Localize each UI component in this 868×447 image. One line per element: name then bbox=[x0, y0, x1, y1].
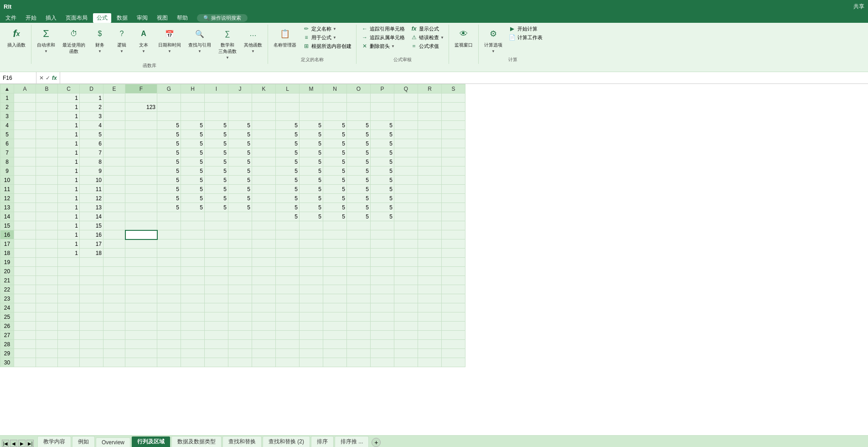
cell-R28[interactable] bbox=[418, 340, 442, 349]
cell-M2[interactable] bbox=[300, 103, 323, 112]
cell-F19[interactable] bbox=[125, 258, 157, 267]
row-header-16[interactable]: 16 bbox=[0, 230, 14, 239]
insert-function-button[interactable]: fx 插入函数 bbox=[5, 25, 28, 50]
cell-F12[interactable] bbox=[125, 194, 157, 203]
cell-L22[interactable] bbox=[276, 285, 300, 294]
cell-R14[interactable] bbox=[418, 212, 442, 221]
cell-F16[interactable] bbox=[125, 230, 157, 239]
cell-P19[interactable] bbox=[371, 258, 394, 267]
other-fn-button[interactable]: … 其他函数 ▼ bbox=[241, 25, 265, 55]
col-header-B[interactable]: B bbox=[36, 84, 58, 94]
cell-A4[interactable] bbox=[14, 121, 36, 130]
cell-R13[interactable] bbox=[418, 203, 442, 212]
cell-F13[interactable] bbox=[125, 203, 157, 212]
cell-I19[interactable] bbox=[205, 258, 228, 267]
cell-I18[interactable] bbox=[205, 249, 228, 258]
cell-E7[interactable] bbox=[103, 148, 125, 157]
cell-G24[interactable] bbox=[157, 303, 181, 312]
cell-O27[interactable] bbox=[347, 331, 371, 340]
cell-F1[interactable] bbox=[125, 94, 157, 103]
add-sheet-button[interactable]: + bbox=[372, 438, 381, 447]
cell-H16[interactable] bbox=[181, 230, 205, 239]
cell-F27[interactable] bbox=[125, 331, 157, 340]
cell-I20[interactable] bbox=[205, 267, 228, 276]
cell-F21[interactable] bbox=[125, 276, 157, 285]
cell-A9[interactable] bbox=[14, 166, 36, 176]
menu-review[interactable]: 审阅 bbox=[133, 13, 151, 23]
cell-G11[interactable]: 5 bbox=[157, 185, 181, 194]
row-header-9[interactable]: 9 bbox=[0, 166, 14, 176]
watch-window-button[interactable]: 👁 监视窗口 bbox=[452, 25, 475, 50]
cell-S15[interactable] bbox=[442, 221, 465, 230]
cell-P1[interactable] bbox=[371, 94, 394, 103]
cell-M1[interactable] bbox=[300, 94, 323, 103]
cell-C26[interactable] bbox=[58, 322, 80, 331]
cell-F22[interactable] bbox=[125, 285, 157, 294]
cell-C30[interactable] bbox=[58, 358, 80, 367]
cell-G29[interactable] bbox=[157, 349, 181, 358]
cell-N1[interactable] bbox=[323, 94, 347, 103]
cell-E11[interactable] bbox=[103, 185, 125, 194]
cell-C1[interactable]: 1 bbox=[58, 94, 80, 103]
cell-Q24[interactable] bbox=[394, 303, 418, 312]
col-header-H[interactable]: H bbox=[181, 84, 205, 94]
cell-O4[interactable]: 5 bbox=[347, 121, 371, 130]
cell-R25[interactable] bbox=[418, 312, 442, 322]
cell-F15[interactable] bbox=[125, 221, 157, 230]
cell-M22[interactable] bbox=[300, 285, 323, 294]
row-header-11[interactable]: 11 bbox=[0, 185, 14, 194]
cell-S1[interactable] bbox=[442, 94, 465, 103]
cell-O2[interactable] bbox=[347, 103, 371, 112]
cell-E23[interactable] bbox=[103, 294, 125, 303]
cell-L26[interactable] bbox=[276, 322, 300, 331]
cell-L14[interactable]: 5 bbox=[276, 212, 300, 221]
cell-D28[interactable] bbox=[80, 340, 103, 349]
cell-P6[interactable]: 5 bbox=[371, 139, 394, 148]
cell-H11[interactable]: 5 bbox=[181, 185, 205, 194]
row-header-3[interactable]: 3 bbox=[0, 112, 14, 121]
cell-G22[interactable] bbox=[157, 285, 181, 294]
cell-B7[interactable] bbox=[36, 148, 58, 157]
cell-R4[interactable] bbox=[418, 121, 442, 130]
cell-C2[interactable]: 1 bbox=[58, 103, 80, 112]
cell-Q6[interactable] bbox=[394, 139, 418, 148]
math-button[interactable]: ∑ 数学和三角函数 ▼ bbox=[216, 25, 239, 62]
cell-F14[interactable] bbox=[125, 212, 157, 221]
menu-view[interactable]: 视图 bbox=[153, 13, 171, 23]
cell-B3[interactable] bbox=[36, 112, 58, 121]
cell-R29[interactable] bbox=[418, 349, 442, 358]
cell-I23[interactable] bbox=[205, 294, 228, 303]
cell-Q30[interactable] bbox=[394, 358, 418, 367]
cell-B8[interactable] bbox=[36, 157, 58, 166]
cell-G16[interactable] bbox=[157, 230, 181, 239]
cell-H19[interactable] bbox=[181, 258, 205, 267]
cell-Q25[interactable] bbox=[394, 312, 418, 322]
cell-G9[interactable]: 5 bbox=[157, 166, 181, 176]
cell-A5[interactable] bbox=[14, 130, 36, 139]
cell-I11[interactable]: 5 bbox=[205, 185, 228, 194]
cell-L16[interactable] bbox=[276, 230, 300, 239]
cell-G28[interactable] bbox=[157, 340, 181, 349]
define-name-button[interactable]: ✏ 定义名称 ▼ bbox=[301, 25, 353, 33]
row-header-13[interactable]: 13 bbox=[0, 203, 14, 212]
cell-N23[interactable] bbox=[323, 294, 347, 303]
tab-nav-prev[interactable]: ◀ bbox=[10, 440, 17, 447]
cell-Q2[interactable] bbox=[394, 103, 418, 112]
cell-E1[interactable] bbox=[103, 94, 125, 103]
cell-L19[interactable] bbox=[276, 258, 300, 267]
cell-D25[interactable] bbox=[80, 312, 103, 322]
cell-S10[interactable] bbox=[442, 176, 465, 185]
cell-G21[interactable] bbox=[157, 276, 181, 285]
cell-R6[interactable] bbox=[418, 139, 442, 148]
cell-H2[interactable] bbox=[181, 103, 205, 112]
cell-P11[interactable]: 5 bbox=[371, 185, 394, 194]
cell-E17[interactable] bbox=[103, 239, 125, 249]
cell-E3[interactable] bbox=[103, 112, 125, 121]
sheet-tab-hanglie[interactable]: 行列及区域 bbox=[131, 436, 170, 447]
cell-O19[interactable] bbox=[347, 258, 371, 267]
cell-G13[interactable]: 5 bbox=[157, 203, 181, 212]
cell-R15[interactable] bbox=[418, 221, 442, 230]
cell-O13[interactable]: 5 bbox=[347, 203, 371, 212]
row-header-17[interactable]: 17 bbox=[0, 239, 14, 249]
cell-E2[interactable] bbox=[103, 103, 125, 112]
